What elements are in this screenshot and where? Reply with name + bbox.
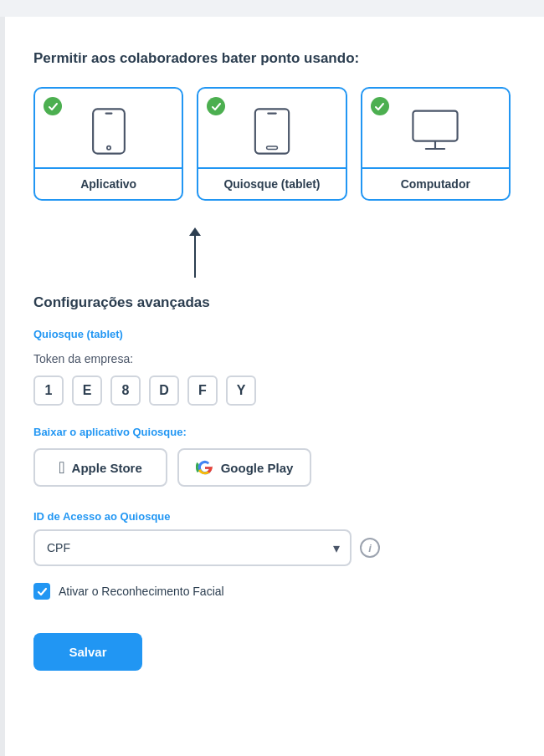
card-quiosque-label: Quiosque (tablet)	[198, 167, 345, 199]
arrow-head	[189, 227, 201, 236]
save-button[interactable]: Salvar	[33, 633, 142, 671]
token-char-0: 1	[33, 375, 64, 406]
token-char-1: E	[72, 375, 102, 406]
token-label: Token da empresa:	[33, 352, 511, 365]
tablet-icon	[243, 102, 301, 161]
download-label: Baixar o aplicativo Quiosque:	[33, 426, 511, 438]
card-aplicativo-label: Aplicativo	[35, 167, 182, 199]
facial-recognition-row: Ativar o Reconhecimento Facial	[33, 583, 511, 600]
id-access-label: ID de Acesso ao Quiosque	[33, 510, 511, 523]
token-char-5: Y	[226, 375, 256, 406]
svg-rect-0	[93, 109, 125, 153]
check-badge-quiosque	[207, 97, 225, 115]
phone-icon	[80, 102, 138, 161]
store-buttons-container:  Apple Store Google Play	[33, 448, 511, 487]
monitor-icon	[406, 102, 464, 161]
info-icon[interactable]: i	[360, 538, 380, 558]
card-aplicativo[interactable]: Aplicativo	[33, 87, 183, 201]
google-play-label: Google Play	[221, 461, 294, 475]
card-quiosque[interactable]: Quiosque (tablet)	[197, 87, 346, 201]
device-cards-container: Aplicativo Quiosque (tablet)	[33, 87, 511, 201]
card-computador-label: Computador	[362, 167, 509, 199]
svg-point-2	[107, 146, 110, 150]
facial-checkbox[interactable]	[33, 583, 50, 600]
card-computador[interactable]: Computador	[361, 87, 511, 201]
facial-label: Ativar o Reconhecimento Facial	[59, 585, 224, 598]
id-access-select-wrapper: CPF Matrícula E-mail	[33, 529, 352, 566]
arrow-up-shape	[189, 227, 201, 278]
id-access-row: CPF Matrícula E-mail i	[33, 529, 511, 566]
arrow-shaft	[194, 236, 196, 278]
google-play-button[interactable]: Google Play	[177, 448, 311, 487]
arrow-indicator	[33, 227, 511, 278]
token-chars-container: 1 E 8 D F Y	[33, 375, 511, 406]
google-icon	[196, 458, 214, 477]
apple-icon: 	[59, 459, 64, 476]
check-badge-computador	[371, 97, 389, 115]
token-char-3: D	[149, 375, 179, 406]
apple-store-label: Apple Store	[72, 461, 142, 475]
check-badge-aplicativo	[44, 97, 62, 115]
page-title: Permitir aos colaboradores bater ponto u…	[33, 50, 511, 67]
subsection-label: Quiosque (tablet)	[33, 328, 511, 340]
apple-store-button[interactable]:  Apple Store	[33, 448, 167, 487]
svg-rect-5	[267, 146, 278, 149]
token-char-4: F	[187, 375, 218, 406]
advanced-settings-title: Configurações avançadas	[33, 294, 511, 311]
svg-rect-6	[413, 111, 458, 141]
token-char-2: 8	[110, 375, 141, 406]
id-access-select[interactable]: CPF Matrícula E-mail	[33, 529, 352, 566]
page-container: Permitir aos colaboradores bater ponto u…	[0, 17, 544, 756]
